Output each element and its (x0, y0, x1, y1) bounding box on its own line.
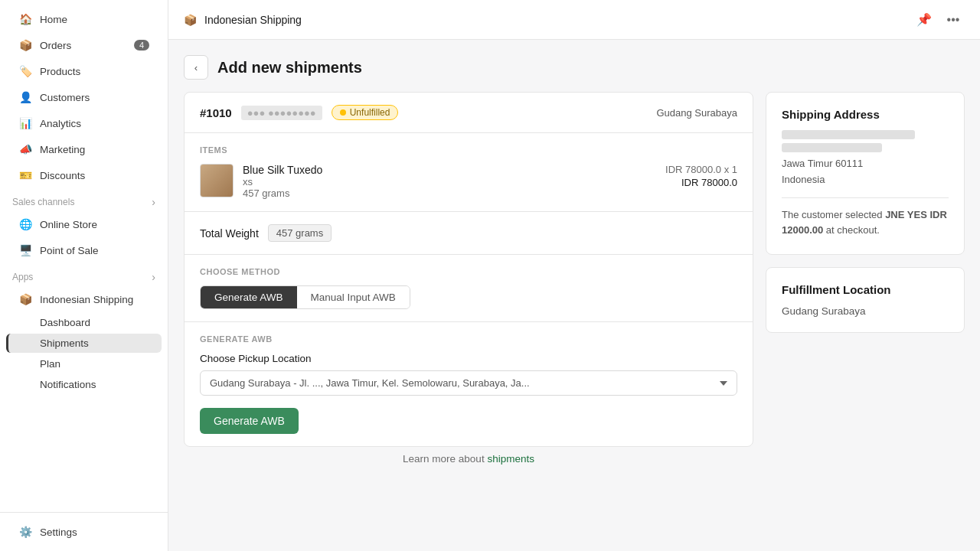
order-id: #1010 (200, 106, 232, 119)
orders-badge: 4 (134, 40, 149, 51)
sidebar-subitem-shipments[interactable]: Shipments (6, 334, 162, 353)
location-label: Gudang Surabaya (656, 107, 737, 119)
weight-value: 457 grams (268, 224, 332, 242)
orders-icon: 📦 (18, 38, 32, 52)
topbar-actions: 📌 ••• (913, 8, 965, 31)
plan-label: Plan (40, 358, 60, 370)
apps-expand-icon[interactable]: › (152, 271, 155, 283)
page-header: ‹ Add new shipments (184, 55, 965, 80)
address-line-2 (782, 143, 882, 152)
sidebar-item-customers[interactable]: 👤 Customers (6, 85, 162, 109)
jne-suffix: at checkout. (823, 224, 880, 236)
method-tabs: Generate AWB Manual Input AWB (200, 285, 410, 309)
sidebar-item-label: Analytics (40, 118, 81, 129)
sidebar-item-label: Indonesian Shipping (40, 294, 133, 305)
pickup-location-select[interactable]: Gudang Surabaya - Jl. ..., Jawa Timur, K… (200, 370, 737, 396)
back-button[interactable]: ‹ (184, 55, 208, 80)
online-store-icon: 🌐 (18, 217, 32, 231)
side-panel: Shipping Address Jawa Timur 60111 Indone… (766, 92, 965, 333)
learn-more: Learn more about shipments (184, 447, 753, 471)
sidebar-subitem-dashboard[interactable]: Dashboard (6, 313, 162, 332)
order-name-blurred: ●●● ●●●●●●●● (241, 106, 322, 120)
dashboard-label: Dashboard (40, 317, 90, 328)
weight-section: Total Weight 457 grams (185, 212, 753, 255)
topbar: 📦 Indonesian Shipping 📌 ••• (168, 0, 980, 40)
weight-label: Total Weight (200, 227, 259, 240)
items-section: ITEMS Blue Silk Tuxedo xs 457 grams (185, 133, 753, 212)
items-label: ITEMS (200, 145, 737, 155)
method-section-label: CHOOSE METHOD (200, 267, 737, 276)
method-section: CHOOSE METHOD Generate AWB Manual Input … (185, 255, 753, 322)
customers-icon: 👤 (18, 90, 32, 104)
pos-icon: 🖥️ (18, 243, 32, 257)
products-icon: 🏷️ (18, 64, 32, 78)
sidebar-item-online-store[interactable]: 🌐 Online Store (6, 212, 162, 236)
sidebar-item-label: Marketing (40, 144, 85, 155)
item-row: Blue Silk Tuxedo xs 457 grams IDR 78000.… (200, 164, 737, 199)
item-name: Blue Silk Tuxedo (243, 164, 656, 176)
status-badge: Unfulfilled (332, 105, 399, 120)
tab-generate-awb[interactable]: Generate AWB (201, 286, 297, 308)
sidebar-item-label: Discounts (40, 170, 85, 181)
topbar-app-icon: 📦 (184, 14, 197, 26)
sidebar-item-analytics[interactable]: 📊 Analytics (6, 111, 162, 135)
main-panel: #1010 ●●● ●●●●●●●● Unfulfilled Gudang Su… (184, 92, 753, 471)
analytics-icon: 📊 (18, 116, 32, 130)
marketing-icon: 📣 (18, 142, 32, 156)
pin-button[interactable]: 📌 (913, 8, 936, 31)
home-icon: 🏠 (18, 12, 32, 26)
shipments-label: Shipments (40, 337, 89, 349)
shipping-address-title: Shipping Address (782, 108, 949, 121)
item-pricing: IDR 78000.0 x 1 IDR 78000.0 (665, 164, 737, 188)
indonesian-shipping-icon: 📦 (18, 292, 32, 306)
sales-channels-section: Sales channels › (0, 188, 168, 211)
sidebar-item-settings[interactable]: ⚙️ Settings (6, 520, 162, 544)
address-line-1 (782, 130, 915, 139)
item-details: Blue Silk Tuxedo xs 457 grams (243, 164, 656, 199)
generate-section-label: GENERATE AWB (200, 334, 737, 344)
status-text: Unfulfilled (350, 107, 390, 118)
sidebar-item-discounts[interactable]: 🎫 Discounts (6, 163, 162, 187)
more-options-button[interactable]: ••• (942, 8, 965, 31)
apps-section: Apps › (0, 263, 168, 286)
address-line-3: Jawa Timur 60111 (782, 156, 949, 172)
sidebar-item-pos[interactable]: 🖥️ Point of Sale (6, 238, 162, 262)
order-header: #1010 ●●● ●●●●●●●● Unfulfilled Gudang Su… (185, 93, 753, 133)
sidebar-item-marketing[interactable]: 📣 Marketing (6, 137, 162, 161)
sidebar-item-label: Home (40, 14, 67, 25)
learn-more-text: Learn more about (403, 453, 487, 465)
sidebar-subitem-plan[interactable]: Plan (6, 354, 162, 373)
item-variant: xs (243, 176, 656, 187)
fulfillment-title: Fulfillment Location (782, 283, 949, 296)
sidebar-item-indonesian-shipping[interactable]: 📦 Indonesian Shipping (6, 287, 162, 311)
sidebar-item-label: Online Store (40, 219, 97, 230)
sidebar: 🏠 Home 📦 Orders 4 🏷️ Products 👤 Customer… (0, 0, 168, 551)
item-weight: 457 grams (243, 187, 656, 199)
sales-channels-expand-icon[interactable]: › (152, 196, 155, 208)
settings-icon: ⚙️ (18, 525, 32, 539)
jne-info-text: The customer selected (782, 209, 885, 220)
content-row: #1010 ●●● ●●●●●●●● Unfulfilled Gudang Su… (184, 92, 965, 471)
sidebar-bottom: ⚙️ Settings (0, 512, 168, 545)
main-content: 📦 Indonesian Shipping 📌 ••• ‹ Add new sh… (168, 0, 980, 551)
generate-awb-button[interactable]: Generate AWB (200, 408, 299, 434)
sidebar-item-label: Products (40, 66, 80, 77)
page-title: Add new shipments (217, 59, 362, 77)
sidebar-item-label: Customers (40, 92, 90, 103)
settings-label: Settings (40, 527, 77, 538)
item-total: IDR 78000.0 (681, 177, 737, 188)
sidebar-item-label: Point of Sale (40, 245, 99, 256)
fulfillment-location: Gudang Surabaya (782, 305, 949, 317)
shipping-address-card: Shipping Address Jawa Timur 60111 Indone… (766, 92, 965, 255)
tab-manual-awb[interactable]: Manual Input AWB (297, 286, 410, 308)
item-thumbnail (200, 164, 234, 197)
sidebar-item-products[interactable]: 🏷️ Products (6, 59, 162, 83)
sidebar-subitem-notifications[interactable]: Notifications (6, 375, 162, 394)
sidebar-item-home[interactable]: 🏠 Home (6, 7, 162, 31)
topbar-app-name: Indonesian Shipping (204, 14, 302, 26)
sidebar-item-orders[interactable]: 📦 Orders 4 (6, 33, 162, 57)
status-dot (340, 109, 346, 116)
item-price: IDR 78000.0 x 1 (665, 164, 737, 175)
content-area: ‹ Add new shipments #1010 ●●● ●●●●●●●● U… (168, 40, 980, 551)
shipments-link[interactable]: shipments (487, 453, 534, 465)
